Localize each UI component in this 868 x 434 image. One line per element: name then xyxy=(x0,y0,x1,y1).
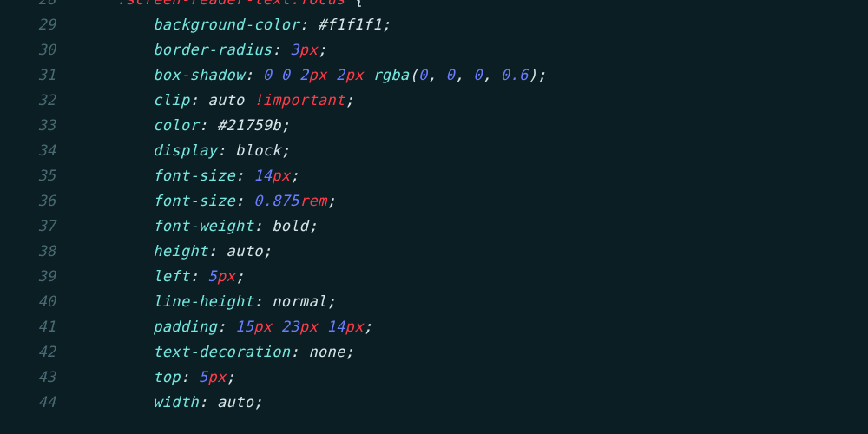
token-hex: #f1f1f1 xyxy=(318,16,382,33)
token-punct: , xyxy=(483,66,501,83)
token-prop: color xyxy=(153,116,199,134)
code-line[interactable]: display: block; xyxy=(80,138,868,163)
token-punct xyxy=(272,66,281,83)
token-punct: : xyxy=(217,318,235,335)
code-line[interactable]: clip: auto !important; xyxy=(80,88,868,113)
token-prop: top xyxy=(153,368,181,385)
token-punct: ; xyxy=(345,91,355,108)
token-unit: px xyxy=(217,267,235,285)
code-line[interactable]: .screen-reader-text:focus { xyxy=(80,0,868,12)
line-number: 33 xyxy=(0,113,56,138)
token-num: 14 xyxy=(253,167,272,184)
token-punct xyxy=(272,318,281,335)
code-line[interactable]: padding: 15px 23px 14px; xyxy=(80,314,868,339)
token-punct: : xyxy=(235,167,253,184)
token-num: 23 xyxy=(281,318,299,335)
token-prop: height xyxy=(153,242,207,260)
code-line[interactable]: box-shadow: 0 0 2px 2px rgba(0, 0, 0, 0.… xyxy=(80,62,868,88)
token-hex: #21759b xyxy=(217,116,281,134)
token-punct xyxy=(290,66,299,83)
line-number: 36 xyxy=(0,188,56,214)
code-line[interactable]: font-size: 14px; xyxy=(80,163,868,188)
line-number: 44 xyxy=(0,390,56,415)
token-value: block xyxy=(235,141,281,159)
line-number-gutter: 2829303132333435363738394041424344 xyxy=(0,0,80,415)
code-line[interactable]: line-height: normal; xyxy=(80,289,868,314)
token-punct: : xyxy=(245,66,263,83)
code-line[interactable]: color: #21759b; xyxy=(80,113,868,138)
line-number: 43 xyxy=(0,365,56,390)
token-punct: : xyxy=(272,41,290,58)
line-number: 37 xyxy=(0,214,56,239)
code-line[interactable]: height: auto; xyxy=(80,239,868,264)
token-num: 0.6 xyxy=(501,66,529,83)
token-punct: ) xyxy=(528,66,537,83)
token-punct: ; xyxy=(537,66,547,83)
code-line[interactable]: text-decoration: none; xyxy=(80,339,868,365)
code-line[interactable]: top: 5px; xyxy=(80,365,868,390)
token-punct: ; xyxy=(227,368,236,385)
line-number: 31 xyxy=(0,62,56,88)
code-line[interactable]: width: auto; xyxy=(80,390,868,415)
token-punct: ; xyxy=(326,293,336,310)
token-prop: line-height xyxy=(153,293,253,310)
token-important: !important xyxy=(253,91,345,108)
line-number: 35 xyxy=(0,163,56,188)
token-value: normal xyxy=(272,293,326,310)
token-punct: : xyxy=(253,293,272,310)
token-punct: , xyxy=(455,66,473,83)
token-value: none xyxy=(308,343,345,360)
token-prop: display xyxy=(153,141,217,159)
token-punct: : xyxy=(199,116,217,134)
token-unit: px xyxy=(299,318,318,335)
line-number: 42 xyxy=(0,339,56,365)
token-punct: : xyxy=(189,91,207,108)
token-punct: : xyxy=(299,16,318,33)
code-editor[interactable]: 2829303132333435363738394041424344 .scre… xyxy=(0,0,868,415)
token-punct: ; xyxy=(318,41,327,58)
line-number: 39 xyxy=(0,264,56,289)
code-content[interactable]: .screen-reader-text:focus { background-c… xyxy=(80,0,868,415)
code-line[interactable]: background-color: #f1f1f1; xyxy=(80,12,868,37)
token-punct: ; xyxy=(308,217,318,234)
token-num: 0 xyxy=(418,66,428,83)
token-prop: border-radius xyxy=(153,41,272,58)
token-punct: : xyxy=(235,192,253,209)
token-prop: left xyxy=(153,267,189,285)
token-punct xyxy=(364,66,373,83)
code-line[interactable]: font-weight: bold; xyxy=(80,214,868,239)
token-punct: : xyxy=(199,393,217,411)
token-unit: px xyxy=(308,66,326,83)
line-number: 30 xyxy=(0,37,56,62)
token-punct: ; xyxy=(326,192,336,209)
token-punct: , xyxy=(427,66,445,83)
code-line[interactable]: border-radius: 3px; xyxy=(80,37,868,62)
token-punct: : xyxy=(189,267,207,285)
line-number: 40 xyxy=(0,289,56,314)
token-unit: rem xyxy=(299,192,327,209)
token-punct: : xyxy=(290,343,308,360)
token-punct: : xyxy=(208,242,227,260)
token-prop: font-weight xyxy=(153,217,253,234)
token-func: rgba xyxy=(372,66,409,83)
token-brace: { xyxy=(354,0,364,8)
token-prop: width xyxy=(153,393,199,411)
token-num: 0 xyxy=(473,66,483,83)
line-number: 34 xyxy=(0,138,56,163)
token-prop: text-decoration xyxy=(153,343,290,360)
token-prop: padding xyxy=(153,318,217,335)
token-punct: ; xyxy=(290,167,299,184)
token-prop: box-shadow xyxy=(153,66,244,83)
token-prop: font-size xyxy=(153,167,235,184)
token-num: 0.875 xyxy=(253,192,299,209)
line-number: 38 xyxy=(0,239,56,264)
token-prop: clip xyxy=(153,91,189,108)
line-number: 29 xyxy=(0,12,56,37)
code-line[interactable]: left: 5px; xyxy=(80,264,868,289)
token-num: 14 xyxy=(327,318,345,335)
code-line[interactable]: font-size: 0.875rem; xyxy=(80,188,868,214)
token-punct xyxy=(327,66,337,83)
line-number: 41 xyxy=(0,314,56,339)
token-num: 0 xyxy=(446,66,456,83)
token-value: auto xyxy=(227,242,263,260)
